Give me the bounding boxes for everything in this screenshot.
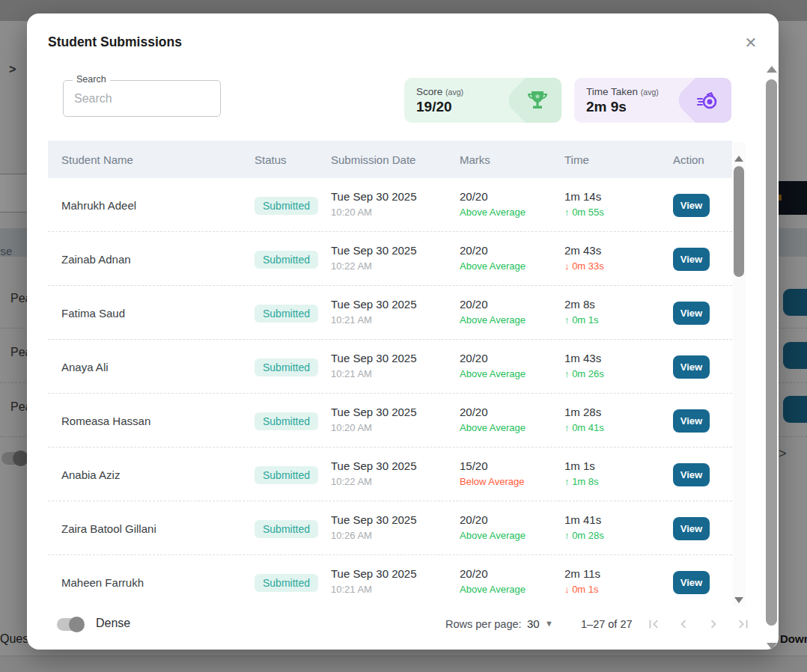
- submission-date: Tue Sep 30 2025: [331, 298, 417, 311]
- marks-note: Above Average: [460, 260, 526, 272]
- status-badge: Submitted: [255, 358, 318, 376]
- submission-date-cell: Tue Sep 30 2025 10:20 AM: [331, 190, 417, 218]
- marks-value: 15/20: [460, 459, 525, 472]
- duration-delta: ↑ 0m 55s: [564, 207, 604, 218]
- duration-value: 1m 28s: [564, 406, 604, 418]
- duration-value: 1m 1s: [564, 459, 599, 472]
- duration-value: 1m 41s: [564, 513, 604, 526]
- delta-value: 0m 33s: [572, 260, 604, 272]
- time-card-value: 2m 9s: [586, 99, 627, 115]
- dense-toggle[interactable]: [57, 618, 83, 631]
- close-icon[interactable]: ✕: [740, 31, 762, 54]
- submission-date: Tue Sep 30 2025: [331, 459, 417, 472]
- time-taken-avg-card: Time Taken (avg) 2m 9s: [574, 78, 731, 123]
- view-button[interactable]: View: [673, 355, 710, 379]
- search-input[interactable]: [65, 82, 215, 114]
- delta-arrow-icon: ↑: [564, 476, 570, 487]
- submission-time: 10:20 AM: [331, 422, 417, 433]
- marks-cell: 15/20 Below Average: [460, 459, 525, 487]
- marks-cell: 20/20 Above Average: [460, 513, 526, 541]
- view-button[interactable]: View: [673, 248, 710, 271]
- status-badge: Submitted: [255, 466, 318, 484]
- view-button[interactable]: View: [673, 194, 710, 217]
- column-header-status: Status: [255, 153, 287, 166]
- student-name: Maheen Farrukh: [61, 576, 144, 589]
- modal-title: Student Submissions: [48, 34, 182, 50]
- student-name: Zaira Batool Gillani: [61, 522, 156, 535]
- status-badge: Submitted: [255, 520, 318, 538]
- delta-value: 0m 26s: [572, 368, 604, 379]
- marks-note: Above Average: [460, 207, 526, 218]
- column-header-student-name: Student Name: [61, 153, 133, 166]
- duration-delta: ↑ 0m 41s: [564, 422, 604, 433]
- scroll-down-icon[interactable]: [734, 597, 743, 603]
- table-row: Anaya Ali Submitted Tue Sep 30 2025 10:2…: [48, 340, 732, 394]
- marks-value: 20/20: [460, 244, 526, 257]
- marks-value: 20/20: [460, 352, 526, 364]
- duration-value: 2m 43s: [564, 244, 604, 257]
- marks-cell: 20/20 Above Average: [460, 567, 526, 595]
- table-row: Maheen Farrukh Submitted Tue Sep 30 2025…: [48, 555, 732, 609]
- view-button[interactable]: View: [673, 302, 710, 325]
- delta-value: 1m 8s: [572, 476, 598, 487]
- view-button[interactable]: View: [673, 517, 710, 540]
- duration-delta: ↓ 0m 33s: [564, 260, 604, 272]
- delta-value: 0m 28s: [572, 530, 604, 541]
- view-button[interactable]: View: [673, 463, 710, 486]
- submission-time: 10:20 AM: [331, 207, 417, 218]
- student-name: Zainab Adnan: [61, 253, 131, 266]
- status-badge: Submitted: [255, 574, 318, 592]
- trophy-icon: [526, 88, 549, 112]
- scroll-down-icon[interactable]: [767, 643, 777, 650]
- table-scrollbar[interactable]: [733, 142, 746, 608]
- dialog-scrollbar[interactable]: [765, 60, 778, 644]
- toggle-knob[interactable]: [69, 617, 85, 632]
- submission-date-cell: Tue Sep 30 2025 10:21 AM: [331, 298, 417, 326]
- view-button[interactable]: View: [673, 409, 710, 433]
- duration-delta: ↓ 0m 1s: [564, 584, 600, 595]
- marks-note: Above Average: [460, 584, 526, 595]
- time-card-label: Time Taken (avg): [586, 86, 659, 97]
- delta-arrow-icon: ↑: [564, 530, 570, 541]
- marks-value: 20/20: [460, 567, 526, 580]
- marks-value: 20/20: [460, 298, 526, 311]
- status-badge: Submitted: [255, 251, 318, 269]
- table-header-row: Student Name Status Submission Date Mark…: [48, 141, 732, 178]
- submission-time: 10:21 AM: [331, 314, 417, 326]
- column-header-submission-date: Submission Date: [331, 153, 415, 166]
- student-name: Anaya Ali: [61, 361, 109, 373]
- time-cell: 1m 41s ↑ 0m 28s: [564, 513, 604, 541]
- first-page-icon[interactable]: [645, 616, 662, 632]
- rows-per-page-label: Rows per page:: [445, 618, 522, 630]
- table-row: Zainab Adnan Submitted Tue Sep 30 2025 1…: [48, 232, 732, 286]
- marks-note: Below Average: [460, 476, 525, 487]
- duration-value: 1m 43s: [564, 352, 604, 364]
- next-page-icon[interactable]: [705, 616, 722, 632]
- submission-time: 10:21 AM: [331, 584, 417, 595]
- marks-cell: 20/20 Above Average: [460, 190, 526, 218]
- marks-note: Above Average: [460, 530, 526, 541]
- dialog-scrollbar-thumb[interactable]: [766, 79, 777, 626]
- scroll-up-icon[interactable]: [734, 156, 743, 162]
- submission-time: 10:26 AM: [331, 530, 417, 541]
- student-name: Mahrukh Adeel: [61, 199, 136, 212]
- rows-per-page-select[interactable]: 30: [527, 617, 540, 630]
- duration-delta: ↑ 0m 28s: [564, 530, 604, 541]
- duration-delta: ↑ 0m 26s: [564, 368, 604, 379]
- view-button[interactable]: View: [673, 571, 710, 594]
- delta-arrow-icon: ↓: [564, 260, 570, 272]
- chevron-down-icon[interactable]: ▼: [545, 619, 553, 628]
- last-page-icon[interactable]: [735, 616, 752, 632]
- table-scrollbar-thumb[interactable]: [734, 166, 744, 277]
- score-avg-card: Score (avg) 19/20: [404, 78, 561, 123]
- scroll-up-icon[interactable]: [767, 66, 777, 73]
- submission-date: Tue Sep 30 2025: [331, 190, 417, 203]
- delta-arrow-icon: ↑: [564, 314, 570, 326]
- duration-delta: ↑ 0m 1s: [564, 314, 599, 326]
- prev-page-icon[interactable]: [675, 616, 692, 632]
- delta-value: 0m 1s: [572, 584, 598, 595]
- submission-time: 10:21 AM: [331, 368, 417, 379]
- student-name: Anabia Aziz: [61, 468, 120, 481]
- marks-value: 20/20: [460, 513, 526, 526]
- status-badge: Submitted: [255, 412, 318, 430]
